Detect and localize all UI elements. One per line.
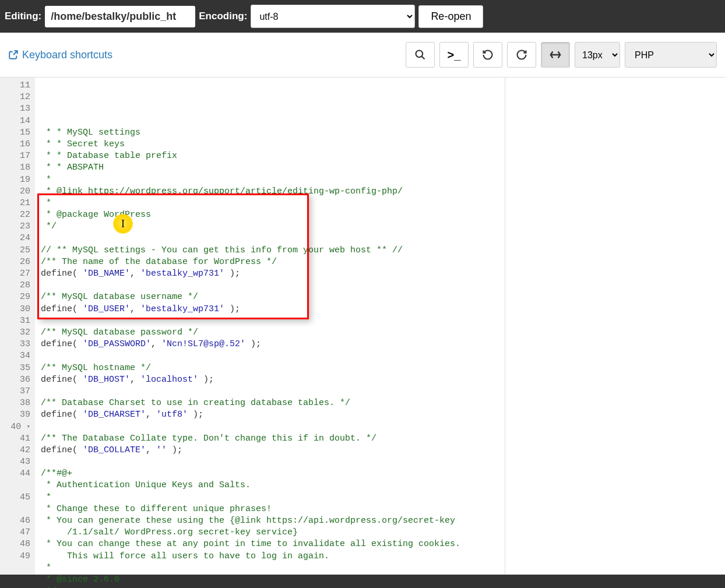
code-line[interactable]: * * ABSPATH <box>41 162 505 174</box>
code-line[interactable]: * Change these to different unique phras… <box>41 504 505 515</box>
gutter-line[interactable]: 24 <box>2 233 30 244</box>
wrap-icon <box>549 48 562 61</box>
editor: 1112131415161718192021222324252627282930… <box>0 78 725 575</box>
code-line[interactable]: /** The Database Collate type. Don't cha… <box>41 433 505 445</box>
code-line[interactable]: * You can change these at any point in t… <box>41 538 505 550</box>
line-gutter[interactable]: 1112131415161718192021222324252627282930… <box>0 78 35 575</box>
terminal-icon: >_ <box>448 48 461 62</box>
gutter-line[interactable]: 19 <box>2 174 30 186</box>
code-line[interactable]: // ** MySQL settings - You can get this … <box>41 245 505 256</box>
code-line[interactable]: define( 'DB_COLLATE', '' ); <box>41 445 505 456</box>
reopen-button[interactable]: Re-open <box>418 5 483 28</box>
code-line[interactable]: define( 'DB_USER', 'bestalky_wp731' ); <box>41 304 505 315</box>
gutter-line[interactable]: 20 <box>2 186 30 198</box>
gutter-line[interactable]: 45 <box>2 492 30 504</box>
external-link-icon <box>8 50 19 60</box>
code-line[interactable] <box>41 456 505 468</box>
language-select[interactable]: PHP <box>625 42 717 68</box>
gutter-line[interactable]: 32 <box>2 327 30 339</box>
code-line[interactable]: * * Database table prefix <box>41 150 505 162</box>
code-line[interactable] <box>41 315 505 327</box>
gutter-line[interactable]: 29 <box>2 291 30 303</box>
gutter-line[interactable]: 49 <box>2 551 30 562</box>
code-line[interactable]: /** Database Charset to use in creating … <box>41 397 505 409</box>
gutter-line[interactable]: 48 <box>2 538 30 550</box>
gutter-line[interactable]: 46 <box>2 515 30 527</box>
code-line[interactable]: * @since 2.6.0 <box>41 574 505 586</box>
wrap-toggle-button[interactable] <box>541 42 570 68</box>
gutter-line[interactable]: 41 <box>2 433 30 445</box>
gutter-line[interactable]: 11 <box>2 80 30 91</box>
code-line[interactable]: * <box>41 174 505 186</box>
gutter-line[interactable]: 15 <box>2 127 30 139</box>
gutter-line[interactable]: 13 <box>2 103 30 115</box>
code-line[interactable]: /** MySQL hostname */ <box>41 362 505 374</box>
gutter-line[interactable]: 16 <box>2 139 30 150</box>
gutter-line[interactable]: 34 <box>2 350 30 362</box>
gutter-line[interactable]: 33 <box>2 339 30 350</box>
fontsize-select[interactable]: 13px <box>575 42 620 68</box>
code-line[interactable]: * You can generate these using the {@lin… <box>41 515 505 527</box>
gutter-line[interactable]: 40 ▾ <box>2 421 30 432</box>
path-input[interactable] <box>45 6 195 27</box>
gutter-line[interactable]: 28 <box>2 280 30 291</box>
search-icon <box>414 49 426 61</box>
gutter-line[interactable]: 44 <box>2 468 30 480</box>
code-line[interactable]: define( 'DB_CHARSET', 'utf8' ); <box>41 409 505 421</box>
code-line[interactable]: */ <box>41 221 505 233</box>
gutter-line[interactable]: 43 <box>2 456 30 468</box>
code-line[interactable] <box>41 350 505 362</box>
gutter-line[interactable]: 22 <box>2 209 30 221</box>
gutter-line[interactable]: 35 <box>2 362 30 374</box>
keyboard-shortcuts-link[interactable]: Keyboard shortcuts <box>8 49 112 61</box>
gutter-line[interactable]: 42 <box>2 445 30 456</box>
gutter-line[interactable]: 37 <box>2 386 30 397</box>
undo-button[interactable] <box>473 42 502 68</box>
gutter-line[interactable]: 31 <box>2 315 30 327</box>
gutter-line[interactable]: 30 <box>2 304 30 315</box>
gutter-line[interactable]: 39 <box>2 409 30 421</box>
code-line[interactable]: * <box>41 562 505 574</box>
gutter-line[interactable]: 27 <box>2 268 30 280</box>
code-line[interactable]: * Authentication Unique Keys and Salts. <box>41 480 505 491</box>
editing-label: Editing: <box>5 10 41 22</box>
code-line[interactable] <box>41 421 505 433</box>
search-button[interactable] <box>406 42 435 68</box>
terminal-button[interactable]: >_ <box>439 42 469 68</box>
code-line[interactable]: * @package WordPress <box>41 209 505 221</box>
gutter-line[interactable]: 38 <box>2 397 30 409</box>
code-line[interactable]: define( 'DB_PASSWORD', 'Ncn!SL7@sp@.52' … <box>41 339 505 350</box>
encoding-select[interactable]: utf-8 <box>251 5 415 28</box>
gutter-line[interactable]: 36 <box>2 374 30 386</box>
code-line[interactable]: define( 'DB_HOST', 'localhost' ); <box>41 374 505 386</box>
gutter-line[interactable]: 26 <box>2 256 30 268</box>
gutter-line[interactable]: 18 <box>2 162 30 174</box>
code-line[interactable]: /** MySQL database password */ <box>41 327 505 339</box>
code-line[interactable]: /**#@+ <box>41 468 505 480</box>
gutter-line[interactable]: 14 <box>2 115 30 127</box>
gutter-line[interactable]: 47 <box>2 527 30 538</box>
code-line[interactable] <box>41 233 505 245</box>
code-line[interactable]: * @link https://wordpress.org/support/ar… <box>41 186 505 198</box>
code-line[interactable]: * * MySQL settings <box>41 127 505 139</box>
code-line[interactable]: /1.1/salt/ WordPress.org secret-key serv… <box>41 527 505 538</box>
gutter-line[interactable]: 21 <box>2 198 30 209</box>
code-line[interactable]: */ <box>41 586 505 588</box>
code-line[interactable]: /** The name of the database for WordPre… <box>41 256 505 268</box>
code-line[interactable]: This will force all users to have to log… <box>41 551 505 562</box>
gutter-line[interactable]: 17 <box>2 150 30 162</box>
gutter-line[interactable] <box>2 504 30 515</box>
gutter-line[interactable]: 25 <box>2 245 30 256</box>
gutter-line[interactable]: 12 <box>2 91 30 103</box>
code-line[interactable]: * * Secret keys <box>41 139 505 150</box>
code-line[interactable]: * <box>41 492 505 504</box>
code-line[interactable] <box>41 386 505 397</box>
gutter-line[interactable]: 23 <box>2 221 30 233</box>
code-area[interactable]: * * MySQL settings * * Secret keys * * D… <box>35 78 505 575</box>
code-line[interactable]: /** MySQL database username */ <box>41 291 505 303</box>
code-line[interactable] <box>41 280 505 291</box>
redo-button[interactable] <box>507 42 536 68</box>
gutter-line[interactable] <box>2 480 30 491</box>
code-line[interactable]: * <box>41 198 505 209</box>
code-line[interactable]: define( 'DB_NAME', 'bestalky_wp731' ); <box>41 268 505 280</box>
